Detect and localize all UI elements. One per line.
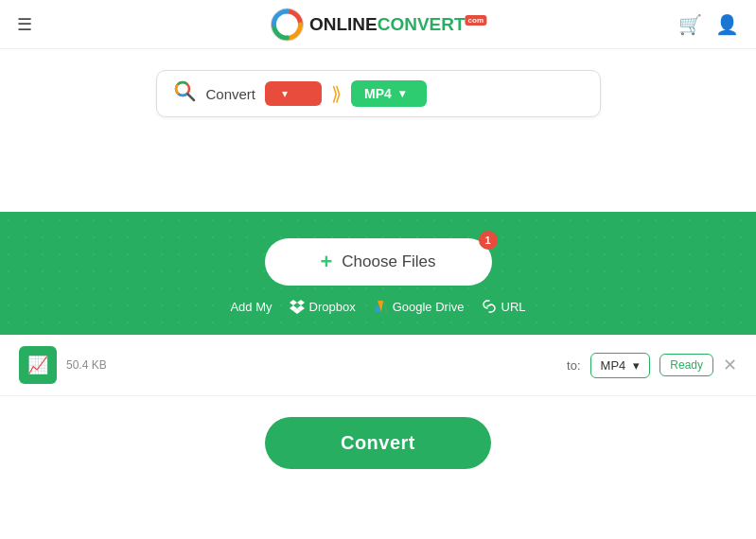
logo[interactable]: ONLINECONVERTcom <box>270 8 486 42</box>
file-row: 📈 50.4 KB to: MP4 ▾ Ready ✕ <box>0 335 756 396</box>
to-format-dropdown[interactable]: MP4 ▾ <box>351 80 427 107</box>
url-source[interactable]: URL <box>482 299 526 314</box>
files-badge: 1 <box>479 231 498 250</box>
from-chevron-icon: ▾ <box>282 87 288 100</box>
search-icon <box>172 78 197 109</box>
to-label: to: <box>567 358 580 373</box>
svg-line-14 <box>487 304 491 306</box>
file-size: 50.4 KB <box>66 358 107 372</box>
add-sources-row: Add My Dropbox Google Drive <box>230 299 525 314</box>
svg-line-5 <box>187 95 194 101</box>
header-right: 🛒 👤 <box>678 13 739 36</box>
search-bar: Convert ▾ ⟫ MP4 ▾ <box>156 70 601 117</box>
add-my-label: Add My <box>230 300 272 314</box>
cart-icon[interactable]: 🛒 <box>678 13 702 36</box>
to-chevron-icon: ▾ <box>399 87 405 100</box>
header-left: ☰ <box>17 14 32 35</box>
choose-files-button[interactable]: + Choose Files 1 <box>265 238 492 286</box>
search-icon-svg <box>172 78 197 103</box>
user-icon[interactable]: 👤 <box>715 13 739 36</box>
dropbox-label: Dropbox <box>309 300 356 314</box>
add-my-source[interactable]: Add My <box>230 300 272 314</box>
header: ☰ ONLINECONVERTcom 🛒 👤 <box>0 0 756 49</box>
svg-marker-6 <box>290 300 297 305</box>
search-bar-wrapper: Convert ▾ ⟫ MP4 ▾ <box>0 70 756 117</box>
logo-text: ONLINECONVERTcom <box>309 14 486 35</box>
arrow-divider-icon: ⟫ <box>331 82 342 105</box>
convert-label: Convert <box>206 86 256 102</box>
plus-icon: + <box>320 250 332 274</box>
google-drive-label: Google Drive <box>393 300 465 314</box>
upload-section: + Choose Files 1 Add My Dropbox <box>0 212 756 335</box>
ready-status-badge: Ready <box>659 354 713 376</box>
file-thumbnail: 📈 <box>19 346 57 384</box>
to-format-value: MP4 <box>364 86 392 101</box>
google-drive-icon <box>373 299 388 314</box>
choose-files-label: Choose Files <box>342 252 435 271</box>
dropbox-icon <box>290 299 305 314</box>
file-format-chevron: ▾ <box>633 358 640 373</box>
convert-button[interactable]: Convert <box>265 417 491 469</box>
logo-svg: ONLINECONVERTcom <box>270 8 486 42</box>
file-type-icon: 📈 <box>27 355 48 375</box>
file-format-value: MP4 <box>601 358 626 373</box>
convert-button-wrapper: Convert <box>0 417 756 469</box>
dropbox-source[interactable]: Dropbox <box>290 299 356 314</box>
svg-marker-7 <box>297 300 305 305</box>
file-remove-button[interactable]: ✕ <box>723 355 737 375</box>
logo-icon <box>270 8 304 42</box>
from-format-dropdown[interactable]: ▾ <box>265 81 322 106</box>
url-icon <box>482 299 497 314</box>
url-label: URL <box>501 300 526 314</box>
hamburger-icon[interactable]: ☰ <box>17 14 32 35</box>
file-format-dropdown[interactable]: MP4 ▾ <box>590 353 651 378</box>
google-drive-source[interactable]: Google Drive <box>373 299 465 314</box>
